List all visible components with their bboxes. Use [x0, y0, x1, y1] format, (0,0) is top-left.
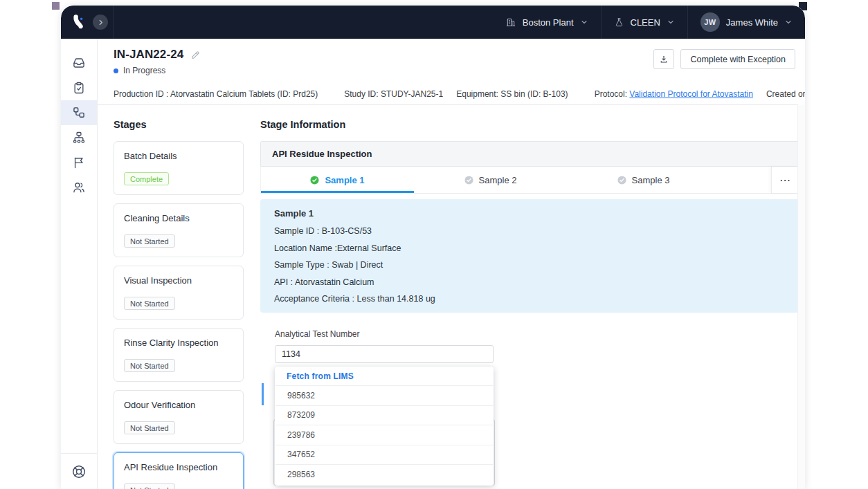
sample-location: Location Name :External Surface [274, 243, 785, 254]
stage-status-badge: Not Started [124, 234, 175, 248]
analytical-test-form: Analytical Test Number Fetch from LIMS 9… [275, 329, 494, 363]
avatar: JW [700, 12, 720, 32]
tab-label: Sample 1 [325, 175, 364, 185]
building-icon [505, 17, 516, 28]
chevron-down-icon [667, 18, 675, 26]
topbar-divider [113, 6, 114, 39]
top-bar: Boston Plant CLEEN JW James White [61, 6, 805, 39]
status-row: In Progress [114, 66, 201, 75]
protocol-label: Protocol: [595, 89, 627, 99]
stage-card-api-residue-inspection[interactable]: API Residue Inspection Not Started [114, 452, 244, 489]
sample-type: Sample Type : Swab | Direct [274, 260, 785, 270]
brand-logo-icon [70, 13, 88, 31]
stage-status-badge: Not Started [124, 297, 175, 310]
edit-title-button[interactable] [190, 50, 201, 60]
page-head: IN-JAN22-24 In Progress Complete with [98, 39, 805, 83]
topbar-left [61, 13, 113, 31]
tab-label: Sample 3 [632, 175, 670, 185]
protocol: Protocol: Validation Protocol for Atovas… [595, 89, 753, 99]
check-circle-icon [617, 176, 626, 185]
sidebar-item-tasks[interactable] [61, 75, 97, 100]
workflow-icon [72, 106, 86, 120]
occluded-field-edge [262, 383, 264, 405]
created-on: Created on: 01/10/2025 11:41:39 [766, 89, 805, 99]
protocol-link[interactable]: Validation Protocol for Atovastatin [629, 89, 753, 99]
user-name: James White [726, 17, 778, 28]
sitemap-icon [72, 131, 86, 145]
chevron-down-icon [580, 18, 588, 26]
stage-name: Visual Inspection [124, 275, 233, 286]
stage-card-batch-details[interactable]: Batch Details Complete [114, 141, 244, 195]
sidebar-item-users[interactable] [61, 175, 97, 200]
stage-status-badge: Not Started [124, 421, 175, 434]
sample-acceptance-criteria: Acceptance Criteria : Less than 14.818 u… [274, 294, 785, 304]
topbar-right: Boston Plant CLEEN JW James White [493, 6, 805, 39]
content: Stages Batch Details Complete Cleaning D… [98, 105, 805, 489]
info-bar: Production ID : Atorvastatin Calcium Tab… [98, 83, 805, 105]
sidebar-item-workflows[interactable] [61, 100, 97, 125]
status-dot-icon [114, 68, 118, 73]
sidebar-item-hierarchy[interactable] [61, 125, 97, 150]
dropdown-option[interactable]: 985632 [275, 385, 493, 405]
stage-name: Rinse Clarity Inspection [124, 338, 233, 348]
stages-column: Stages Batch Details Complete Cleaning D… [114, 119, 244, 489]
sidebar-items [61, 39, 97, 200]
pencil-icon [190, 50, 201, 60]
tab-label: Sample 2 [479, 175, 517, 185]
scrollbar-track[interactable] [797, 104, 805, 489]
ellipsis-icon: ⋯ [779, 174, 790, 187]
sidebar-expand-button[interactable] [93, 15, 108, 30]
stage-card-odour-verification[interactable]: Odour Verification Not Started [114, 390, 244, 444]
header-actions: Complete with Exception [653, 49, 795, 69]
stage-status-badge: Complete [124, 172, 169, 185]
tab-sample-1[interactable]: Sample 1 [261, 167, 414, 193]
stage-information-column: Stage Information API Residue Inspection… [260, 119, 799, 489]
app-body: IN-JAN22-24 In Progress Complete with [61, 39, 805, 489]
stage-status-badge: Not Started [124, 359, 175, 372]
stage-information-heading: Stage Information [260, 119, 799, 131]
download-button[interactable] [653, 49, 674, 69]
sidebar-help[interactable] [61, 453, 97, 489]
dropdown-option[interactable]: 239786 [275, 425, 493, 445]
stage-card-visual-inspection[interactable]: Visual Inspection Not Started [114, 266, 244, 320]
backdrop-square-left [52, 2, 60, 10]
plant-selector[interactable]: Boston Plant [493, 6, 601, 39]
stage-status-badge: Not Started [124, 483, 175, 489]
inbox-icon [72, 56, 86, 70]
app-window: Boston Plant CLEEN JW James White [61, 6, 805, 489]
users-icon [72, 181, 86, 194]
fetch-from-lims-option[interactable]: Fetch from LIMS [275, 367, 494, 385]
user-menu[interactable]: JW James White [688, 6, 805, 39]
tab-sample-3[interactable]: Sample 3 [567, 167, 720, 193]
analytical-test-number-label: Analytical Test Number [275, 329, 494, 340]
clipboard-check-icon [72, 81, 86, 95]
sample-api: API : Atorvastatin Calcium [274, 277, 785, 288]
tabs-overflow-button[interactable]: ⋯ [771, 167, 798, 193]
stage-panel-header: API Residue Inspection [260, 141, 799, 167]
sidebar-item-inbox[interactable] [61, 50, 97, 75]
sidebar [61, 39, 98, 489]
stage-card-cleaning-details[interactable]: Cleaning Details Not Started [114, 203, 244, 257]
module-label: CLEEN [631, 17, 660, 28]
complete-with-exception-button[interactable]: Complete with Exception [680, 49, 795, 69]
chevron-down-icon [784, 18, 793, 26]
page-title: IN-JAN22-24 [114, 48, 183, 62]
life-buoy-icon [71, 464, 87, 479]
sidebar-item-flags[interactable] [61, 150, 97, 175]
status-badge: In Progress [123, 66, 165, 75]
production-id: Production ID : Atorvastatin Calcium Tab… [114, 89, 318, 99]
plant-label: Boston Plant [523, 17, 574, 28]
flag-icon [72, 156, 86, 169]
module-selector[interactable]: CLEEN [602, 6, 687, 39]
check-circle-icon [310, 176, 319, 185]
tab-sample-2[interactable]: Sample 2 [414, 167, 567, 193]
sample-title: Sample 1 [274, 208, 785, 219]
download-icon [659, 55, 669, 64]
test-number-dropdown: Fetch from LIMS 985632 873209 239786 347… [275, 367, 494, 486]
dropdown-option[interactable]: 873209 [275, 405, 493, 425]
dropdown-option[interactable]: 298563 [275, 464, 493, 484]
stage-card-rinse-clarity-inspection[interactable]: Rinse Clarity Inspection Not Started [114, 328, 244, 382]
analytical-test-number-input[interactable] [275, 345, 494, 363]
equipment: Equipment: SS bin (ID: B-103) [456, 89, 568, 99]
dropdown-option[interactable]: 347652 [275, 445, 493, 465]
